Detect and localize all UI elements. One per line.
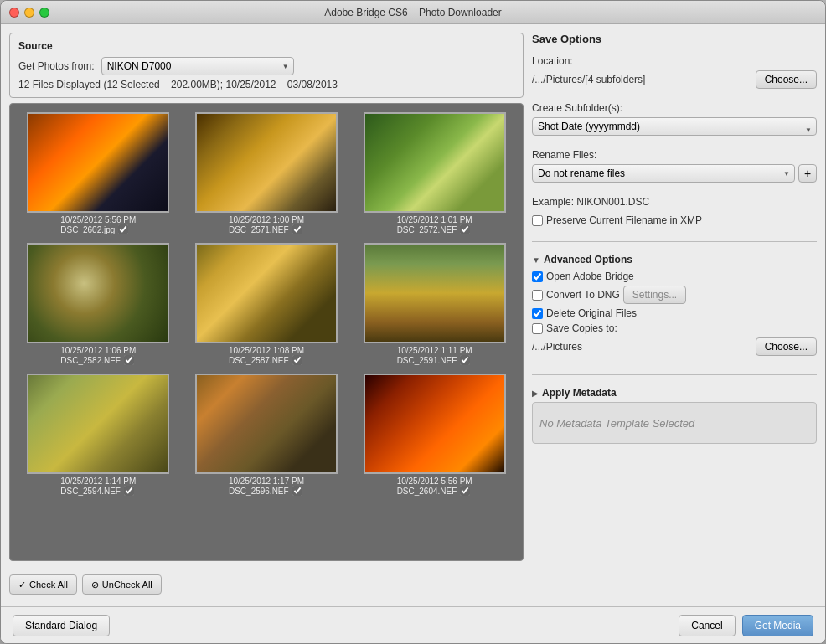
- device-select[interactable]: NIKON D7000: [101, 57, 294, 75]
- minimize-button[interactable]: [24, 8, 34, 18]
- example-value: NIKON001.DSC: [576, 196, 649, 208]
- save-options-title: Save Options: [532, 33, 817, 45]
- copies-path: /.../Pictures: [532, 341, 749, 353]
- location-section: Location: /.../Pictures/[4 subfolders] C…: [532, 55, 817, 95]
- photo-date: 10/25/2012 1:14 PM: [60, 477, 136, 486]
- photo-name-row: DSC_2582.NEF: [60, 355, 136, 365]
- add-rename-button[interactable]: +: [798, 164, 817, 183]
- photo-checkbox[interactable]: [460, 486, 470, 496]
- get-media-button[interactable]: Get Media: [742, 615, 813, 636]
- save-copies-checkbox[interactable]: [532, 323, 543, 334]
- location-label: Location:: [532, 55, 817, 67]
- apply-metadata-section: ▶ Apply Metadata No Metadata Template Se…: [532, 387, 817, 444]
- subfolder-section: Create Subfolder(s): Shot Date (yyyymmdd…: [532, 102, 817, 142]
- thumbnail-image: [28, 114, 168, 211]
- bottom-bar: Standard Dialog Cancel Get Media: [1, 606, 825, 643]
- open-bridge-checkbox[interactable]: [532, 271, 543, 282]
- advanced-options-header[interactable]: ▼ Advanced Options: [532, 254, 817, 265]
- save-copies-row: Save Copies to:: [532, 322, 817, 334]
- divider-1: [532, 241, 817, 242]
- list-item: 10/25/2012 1:08 PM DSC_2587.NEF: [187, 243, 347, 365]
- photo-thumbnail: [195, 243, 338, 343]
- photo-checkbox[interactable]: [460, 224, 470, 234]
- thumbnail-image: [197, 114, 336, 211]
- advanced-options-title: Advanced Options: [544, 254, 632, 265]
- photo-filename: DSC_2591.NEF: [397, 356, 457, 365]
- photo-info: 10/25/2012 5:56 PM DSC_2602.jpg: [60, 215, 136, 234]
- photo-filename: DSC_2596.NEF: [229, 487, 289, 496]
- source-row: Get Photos from: NIKON D7000: [18, 57, 514, 75]
- dng-settings-button[interactable]: Settings...: [623, 286, 686, 304]
- photo-checkbox[interactable]: [292, 486, 302, 496]
- photo-name-row: DSC_2602.jpg: [60, 224, 136, 234]
- location-path: /.../Pictures/[4 subfolders]: [532, 74, 749, 85]
- check-all-button[interactable]: ✓ Check All: [9, 574, 77, 595]
- photo-thumbnail: [364, 374, 506, 474]
- photo-thumbnail: [27, 374, 169, 474]
- photo-filename: DSC_2604.NEF: [397, 487, 457, 496]
- thumbnail-image: [28, 375, 168, 472]
- convert-dng-checkbox[interactable]: [532, 290, 543, 301]
- grid-footer: ✓ Check All ⊘ UnCheck All: [9, 571, 524, 598]
- photo-checkbox[interactable]: [118, 224, 128, 234]
- list-item: 10/25/2012 1:01 PM DSC_2572.NEF: [354, 112, 514, 234]
- save-copies-label: Save Copies to:: [546, 322, 617, 334]
- uncheck-all-button[interactable]: ⊘ UnCheck All: [82, 574, 162, 595]
- photo-date: 10/25/2012 5:56 PM: [60, 215, 136, 224]
- photo-grid-container[interactable]: 10/25/2012 5:56 PM DSC_2602.jpg 1: [9, 103, 524, 561]
- list-item: 10/25/2012 1:06 PM DSC_2582.NEF: [18, 243, 178, 365]
- thumbnail-image: [197, 245, 336, 342]
- rename-select[interactable]: Do not rename files: [532, 164, 795, 183]
- photo-info: 10/25/2012 5:56 PM DSC_2604.NEF: [397, 477, 472, 496]
- delete-originals-label: Delete Original Files: [546, 307, 637, 319]
- open-bridge-label: Open Adobe Bridge: [546, 270, 634, 282]
- photo-date: 10/25/2012 1:00 PM: [229, 215, 304, 224]
- preserve-xmp-checkbox[interactable]: [532, 215, 543, 226]
- standard-dialog-button[interactable]: Standard Dialog: [13, 615, 110, 636]
- apply-metadata-header[interactable]: ▶ Apply Metadata: [532, 387, 817, 399]
- subfolder-select[interactable]: Shot Date (yyyymmdd): [532, 117, 817, 136]
- device-select-wrapper: NIKON D7000: [101, 57, 294, 75]
- get-photos-label: Get Photos from:: [18, 60, 95, 72]
- cancel-button[interactable]: Cancel: [679, 615, 735, 636]
- delete-originals-checkbox[interactable]: [532, 308, 543, 319]
- photo-info: 10/25/2012 1:11 PM DSC_2591.NEF: [397, 346, 472, 365]
- photo-info: 10/25/2012 1:00 PM DSC_2571.NEF: [229, 215, 304, 234]
- photo-info: 10/25/2012 1:14 PM DSC_2594.NEF: [60, 477, 136, 496]
- close-button[interactable]: [9, 8, 19, 18]
- window-controls: [9, 8, 49, 18]
- advanced-options-section: ▼ Advanced Options Open Adobe Bridge Con…: [532, 254, 817, 363]
- metadata-box: No Metadata Template Selected: [532, 402, 817, 444]
- main-content: Source Get Photos from: NIKON D7000 12 F…: [1, 24, 825, 606]
- rename-section: Rename Files: Do not rename files +: [532, 149, 817, 186]
- photo-checkbox[interactable]: [124, 355, 134, 365]
- choose-location-button[interactable]: Choose...: [756, 70, 817, 89]
- photo-info: 10/25/2012 1:08 PM DSC_2587.NEF: [229, 346, 304, 365]
- list-item: 10/25/2012 1:14 PM DSC_2594.NEF: [18, 374, 178, 496]
- photo-checkbox[interactable]: [292, 355, 302, 365]
- photo-checkbox[interactable]: [460, 355, 470, 365]
- maximize-button[interactable]: [39, 8, 49, 18]
- window-title: Adobe Bridge CS6 – Photo Downloader: [324, 7, 501, 18]
- photo-info: 10/25/2012 1:17 PM DSC_2596.NEF: [229, 477, 304, 496]
- open-bridge-row: Open Adobe Bridge: [532, 270, 817, 282]
- photo-date: 10/25/2012 1:01 PM: [397, 215, 472, 224]
- list-item: 10/25/2012 1:17 PM DSC_2596.NEF: [187, 374, 347, 496]
- choose-copies-button[interactable]: Choose...: [756, 337, 817, 356]
- photo-thumbnail: [364, 243, 506, 343]
- rename-select-wrapper: Do not rename files: [532, 164, 795, 183]
- photo-grid: 10/25/2012 5:56 PM DSC_2602.jpg 1: [18, 112, 514, 496]
- photo-filename: DSC_2571.NEF: [229, 225, 289, 234]
- photo-checkbox[interactable]: [292, 224, 302, 234]
- thumbnail-image: [197, 375, 336, 472]
- photo-filename: DSC_2587.NEF: [229, 356, 289, 365]
- photo-name-row: DSC_2572.NEF: [397, 224, 472, 234]
- photo-date: 10/25/2012 1:08 PM: [229, 346, 304, 355]
- subfolder-label: Create Subfolder(s):: [532, 102, 817, 114]
- check-all-label: Check All: [29, 580, 68, 590]
- convert-dng-row: Convert To DNG Settings...: [532, 286, 817, 304]
- photo-thumbnail: [195, 112, 338, 213]
- source-box: Source Get Photos from: NIKON D7000 12 F…: [9, 33, 524, 98]
- thumbnail-image: [365, 114, 504, 211]
- photo-checkbox[interactable]: [124, 486, 134, 496]
